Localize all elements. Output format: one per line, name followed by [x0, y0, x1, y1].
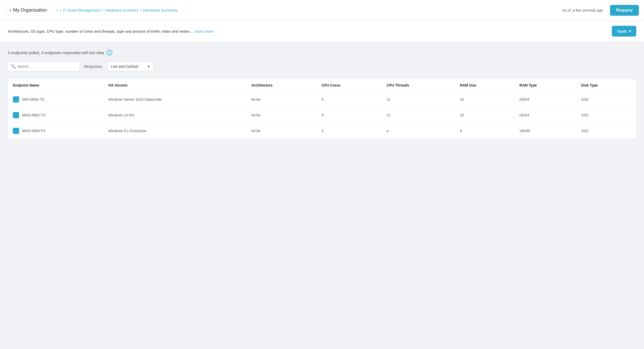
- description-text: Architecture, OS type, CPU type, number …: [8, 29, 194, 33]
- table-container: Endpoint Name OS Version Architecture CP…: [8, 79, 636, 139]
- cell-ram-type-1: DDR4: [514, 107, 576, 123]
- endpoint-name-2: WKS-0003-TX: [22, 129, 45, 133]
- breadcrumb-hardware-summary[interactable]: Hardware Summary: [143, 8, 177, 12]
- as-of-label: As of: a few seconds ago: [563, 8, 603, 12]
- cell-architecture-0: 64-bit: [246, 92, 316, 107]
- table-row: WKS-0003-TX Windows 8.1 Enterprise 64-bi…: [8, 123, 636, 139]
- col-header-endpoint-name[interactable]: Endpoint Name: [8, 79, 103, 92]
- cell-disk-type-1: SSD: [576, 107, 636, 123]
- main-content: 3 endpoints polled, 3 endpoints responde…: [0, 42, 644, 146]
- responses-label: Responses:: [84, 64, 103, 69]
- breadcrumb-hardware-inventory[interactable]: Hardware Inventory: [105, 8, 139, 12]
- org-chevron-icon: ▾: [10, 8, 11, 12]
- cell-cpu-cores-2: 2: [316, 123, 381, 139]
- cell-os-version-0: Windows Server 2019 Datacenter: [103, 92, 246, 107]
- description-text-area: Architecture, OS type, CPU type, number …: [8, 29, 214, 33]
- cell-endpoint-name-2[interactable]: WKS-0003-TX: [8, 123, 103, 139]
- filters-row: 🔍 Responses: Live and Cached Live Only C…: [8, 62, 636, 71]
- endpoint-name-0: SRV-0001-TX: [22, 97, 44, 101]
- col-header-os-version[interactable]: OS Version: [103, 79, 246, 92]
- cell-cpu-threads-2: 4: [381, 123, 455, 139]
- cell-architecture-2: 64-bit: [246, 123, 316, 139]
- endpoint-indicator-1: [13, 112, 19, 118]
- col-header-cpu-threads[interactable]: CPU Threads: [381, 79, 455, 92]
- cell-endpoint-name-0[interactable]: SRV-0001-TX: [8, 92, 103, 107]
- table-row: SRV-0001-TX Windows Server 2019 Datacent…: [8, 92, 636, 107]
- table-row: WKS-0002-TX Windows 10 Pro 64-bit 6 12 1…: [8, 107, 636, 123]
- col-header-architecture[interactable]: Architecture: [246, 79, 316, 92]
- search-icon: 🔍: [11, 64, 16, 69]
- question-mark-icon[interactable]: ?: [107, 50, 112, 55]
- org-name: My Organization: [13, 7, 47, 13]
- endpoint-indicator-2: [13, 128, 19, 134]
- cell-ram-size-1: 16: [455, 107, 514, 123]
- top-bar: ▾ My Organization ⌂ • IT Asset Managemen…: [0, 0, 644, 21]
- cell-cpu-threads-1: 12: [381, 107, 455, 123]
- cell-ram-size-0: 32: [455, 92, 514, 107]
- cell-cpu-threads-0: 12: [381, 92, 455, 107]
- cell-disk-type-0: SSD: [576, 92, 636, 107]
- tools-chevron-icon: ▾: [629, 29, 631, 33]
- endpoint-indicator-0: [13, 96, 19, 103]
- cell-architecture-1: 64-bit: [246, 107, 316, 123]
- cell-ram-size-2: 8: [455, 123, 514, 139]
- show-more-link[interactable]: show more: [195, 29, 213, 33]
- breadcrumb: ⌂ • IT Asset Management • Hardware Inven…: [56, 7, 559, 13]
- breadcrumb-sep-2: •: [140, 8, 141, 12]
- col-header-disk-type[interactable]: Disk Type: [576, 79, 636, 92]
- endpoint-name-1: WKS-0002-TX: [22, 113, 45, 117]
- col-header-ram-size[interactable]: RAM Size: [455, 79, 514, 92]
- tools-button[interactable]: Tools ▾: [612, 26, 636, 37]
- description-bar: Architecture, OS type, CPU type, number …: [0, 21, 644, 42]
- cell-endpoint-name-1[interactable]: WKS-0002-TX: [8, 107, 103, 123]
- search-input[interactable]: [8, 62, 80, 71]
- breadcrumb-sep-1: •: [102, 8, 103, 12]
- cell-os-version-1: Windows 10 Pro: [103, 107, 246, 123]
- home-icon[interactable]: ⌂: [56, 7, 58, 13]
- tools-label: Tools: [617, 29, 627, 33]
- responses-select-wrapper: Live and Cached Live Only Cached Only ▼: [107, 62, 153, 71]
- cell-cpu-cores-0: 6: [316, 92, 381, 107]
- endpoints-info-text: 3 endpoints polled, 3 endpoints responde…: [8, 50, 104, 55]
- org-selector[interactable]: ▾ My Organization: [5, 5, 51, 16]
- responses-select[interactable]: Live and Cached Live Only Cached Only: [107, 62, 153, 71]
- breadcrumb-it-asset-management[interactable]: IT Asset Management: [63, 8, 100, 12]
- table-header-row: Endpoint Name OS Version Architecture CP…: [8, 79, 636, 92]
- endpoints-info: 3 endpoints polled, 3 endpoints responde…: [8, 50, 636, 55]
- hardware-table: Endpoint Name OS Version Architecture CP…: [8, 79, 636, 139]
- col-header-cpu-cores[interactable]: CPU Cores: [316, 79, 381, 92]
- cell-ram-type-0: DDR4: [514, 92, 576, 107]
- requery-button[interactable]: Requery: [610, 5, 639, 16]
- cell-cpu-cores-1: 6: [316, 107, 381, 123]
- cell-os-version-2: Windows 8.1 Enterprise: [103, 123, 246, 139]
- col-header-ram-type[interactable]: RAM Type: [514, 79, 576, 92]
- breadcrumb-dot-1: •: [60, 8, 62, 13]
- search-input-wrapper: 🔍: [8, 62, 80, 71]
- cell-ram-type-2: VRAM: [514, 123, 576, 139]
- cell-disk-type-2: SSD: [576, 123, 636, 139]
